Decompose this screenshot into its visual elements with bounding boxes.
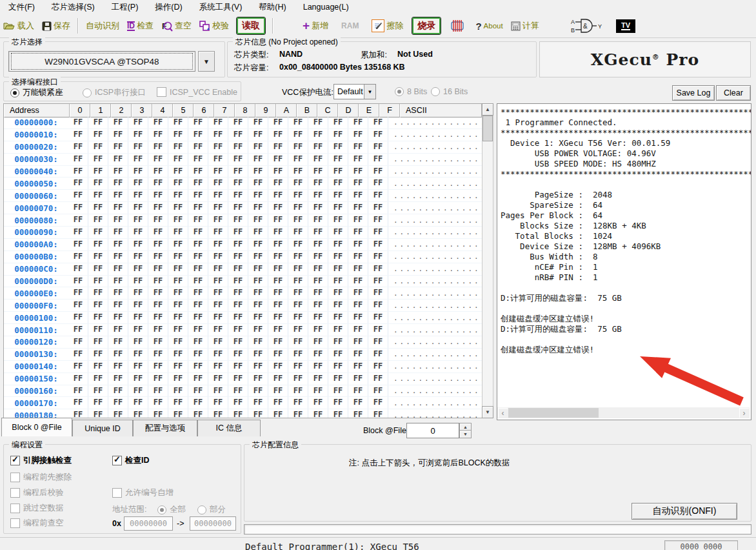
hex-byte-cell[interactable]: FF	[168, 214, 188, 226]
hex-byte-cell[interactable]: FF	[228, 202, 248, 214]
hex-byte-cell[interactable]: FF	[68, 361, 88, 372]
hex-byte-cell[interactable]: FF	[208, 385, 228, 397]
hex-byte-cell[interactable]: FF	[108, 227, 128, 238]
hex-byte-cell[interactable]: FF	[288, 190, 308, 201]
hex-byte-cell[interactable]: FF	[128, 202, 148, 214]
hex-byte-cell[interactable]: FF	[348, 141, 368, 153]
menu-item-4[interactable]: 操作(D)	[146, 2, 190, 13]
hex-byte-cell[interactable]: FF	[328, 214, 348, 226]
hex-byte-cell[interactable]: FF	[168, 117, 188, 128]
hex-byte-cell[interactable]: FF	[288, 397, 308, 409]
hex-scrollbar-thumb[interactable]	[482, 116, 493, 141]
addr-to-input[interactable]: 00000000	[190, 516, 236, 531]
hex-ascii-cell[interactable]: ................	[388, 204, 482, 212]
hex-byte-cell[interactable]: FF	[68, 141, 88, 153]
hex-byte-cell[interactable]: FF	[368, 336, 388, 348]
hex-byte-cell[interactable]: FF	[148, 117, 168, 128]
hex-byte-cell[interactable]: FF	[188, 239, 208, 250]
hex-byte-cell[interactable]: FF	[88, 251, 108, 263]
hex-byte-cell[interactable]: FF	[108, 385, 128, 397]
hex-byte-cell[interactable]: FF	[328, 251, 348, 263]
hex-byte-cell[interactable]: FF	[288, 349, 308, 360]
hex-byte-cell[interactable]: FF	[348, 227, 368, 238]
hex-byte-cell[interactable]: FF	[288, 409, 308, 418]
hex-ascii-cell[interactable]: ................	[388, 387, 482, 395]
hex-byte-cell[interactable]: FF	[128, 324, 148, 336]
hex-byte-cell[interactable]: FF	[168, 227, 188, 238]
hex-byte-cell[interactable]: FF	[308, 312, 328, 323]
hex-ascii-cell[interactable]: ................	[388, 289, 482, 298]
hex-byte-cell[interactable]: FF	[188, 409, 208, 418]
hex-byte-cell[interactable]: FF	[228, 263, 248, 275]
hex-byte-cell[interactable]: FF	[328, 385, 348, 397]
hex-byte-cell[interactable]: FF	[188, 324, 208, 336]
hex-byte-cell[interactable]: FF	[288, 227, 308, 238]
hex-byte-cell[interactable]: FF	[268, 287, 288, 299]
hex-byte-cell[interactable]: FF	[268, 336, 288, 348]
hex-byte-cell[interactable]: FF	[68, 276, 88, 287]
hex-byte-cell[interactable]: FF	[348, 312, 368, 323]
hex-byte-cell[interactable]: FF	[208, 190, 228, 201]
hex-byte-cell[interactable]: FF	[248, 202, 268, 214]
hex-byte-cell[interactable]: FF	[188, 251, 208, 263]
hex-byte-cell[interactable]: FF	[268, 300, 288, 311]
read-button[interactable]: 读取	[237, 17, 265, 34]
hex-byte-cell[interactable]: FF	[368, 227, 388, 238]
tab-2[interactable]: Unique ID	[72, 420, 133, 436]
hex-byte-cell[interactable]: FF	[108, 409, 128, 418]
hex-byte-cell[interactable]: FF	[188, 373, 208, 385]
hex-byte-cell[interactable]: FF	[88, 300, 108, 311]
hex-byte-cell[interactable]: FF	[68, 190, 88, 201]
hex-byte-cell[interactable]: FF	[208, 276, 228, 287]
hex-ascii-cell[interactable]: ................	[388, 228, 482, 236]
hex-byte-cell[interactable]: FF	[168, 349, 188, 360]
tab-4[interactable]: IC 信息	[197, 420, 261, 436]
erase-button[interactable]: 擦除	[372, 19, 403, 32]
hex-ascii-cell[interactable]: ................	[388, 155, 482, 163]
hex-byte-cell[interactable]: FF	[188, 287, 208, 299]
hex-byte-cell[interactable]: FF	[348, 336, 368, 348]
menu-item-1[interactable]: 文件(F)	[0, 2, 43, 13]
hex-byte-cell[interactable]: FF	[248, 154, 268, 165]
hex-byte-cell[interactable]: FF	[348, 214, 368, 226]
hex-byte-cell[interactable]: FF	[208, 287, 228, 299]
hex-byte-cell[interactable]: FF	[128, 409, 148, 418]
hex-byte-cell[interactable]: FF	[268, 324, 288, 336]
hex-byte-cell[interactable]: FF	[188, 129, 208, 141]
hex-byte-cell[interactable]: FF	[168, 397, 188, 409]
hex-byte-cell[interactable]: FF	[368, 409, 388, 418]
hex-byte-cell[interactable]: FF	[188, 276, 208, 287]
hex-byte-cell[interactable]: FF	[148, 409, 168, 418]
hex-byte-cell[interactable]: FF	[368, 154, 388, 165]
hex-byte-cell[interactable]: FF	[228, 154, 248, 165]
hex-byte-cell[interactable]: FF	[368, 202, 388, 214]
hex-byte-cell[interactable]: FF	[128, 190, 148, 201]
hex-byte-cell[interactable]: FF	[108, 129, 128, 141]
hex-byte-cell[interactable]: FF	[268, 202, 288, 214]
hex-byte-cell[interactable]: FF	[328, 178, 348, 189]
menu-item-5[interactable]: 系统工具(V)	[191, 2, 251, 13]
hex-byte-cell[interactable]: FF	[68, 409, 88, 418]
hex-byte-cell[interactable]: FF	[328, 349, 348, 360]
menu-item-6[interactable]: 帮助(H)	[250, 2, 294, 13]
hex-byte-cell[interactable]: FF	[208, 312, 228, 323]
hex-byte-cell[interactable]: FF	[108, 141, 128, 153]
hex-byte-cell[interactable]: FF	[348, 324, 368, 336]
hex-byte-cell[interactable]: FF	[328, 312, 348, 323]
hex-byte-cell[interactable]: FF	[308, 409, 328, 418]
hex-byte-cell[interactable]: FF	[88, 324, 108, 336]
hex-byte-cell[interactable]: FF	[208, 349, 228, 360]
hex-byte-cell[interactable]: FF	[308, 154, 328, 165]
tab-1[interactable]: Block 0 @File	[1, 418, 72, 436]
hex-ascii-cell[interactable]: ................	[388, 265, 482, 273]
hex-byte-cell[interactable]: FF	[368, 397, 388, 409]
hex-byte-cell[interactable]: FF	[68, 117, 88, 128]
hex-byte-cell[interactable]: FF	[128, 300, 148, 311]
hex-byte-cell[interactable]: FF	[308, 300, 328, 311]
hex-ascii-cell[interactable]: ................	[388, 326, 482, 334]
hex-byte-cell[interactable]: FF	[128, 397, 148, 409]
hex-byte-cell[interactable]: FF	[148, 166, 168, 178]
hex-byte-cell[interactable]: FF	[108, 239, 128, 250]
block-file-input[interactable]: 0	[406, 423, 459, 438]
hex-byte-cell[interactable]: FF	[308, 263, 328, 275]
